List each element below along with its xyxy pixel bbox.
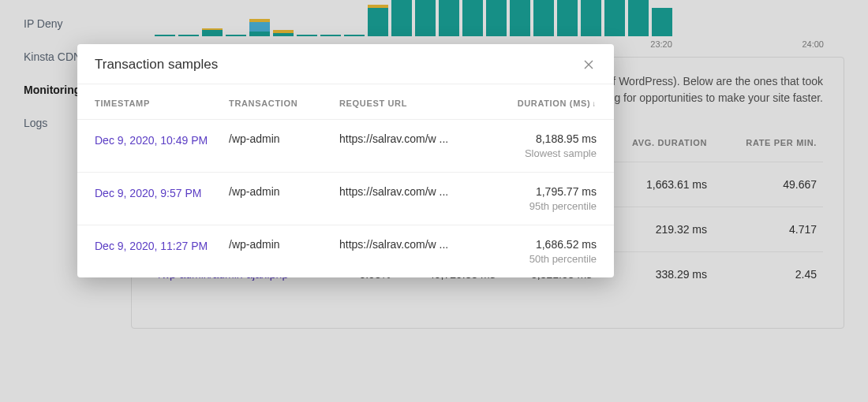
request-url: https://salrav.com/w ...	[339, 132, 486, 145]
sample-row: Dec 9, 2020, 10:49 PM/wp-adminhttps://sa…	[77, 120, 614, 173]
transaction-samples-modal: Transaction samples TIMESTAMP TRANSACTIO…	[77, 44, 614, 277]
request-url: https://salrav.com/w ...	[339, 238, 486, 251]
transaction-name: /wp-admin	[229, 238, 339, 251]
timestamp-link[interactable]: Dec 9, 2020, 10:49 PM	[95, 134, 208, 147]
col-duration[interactable]: DURATION (MS)↓	[486, 99, 597, 108]
duration-cell: 8,188.95 msSlowest sample	[486, 132, 597, 159]
col-transaction[interactable]: TRANSACTION	[229, 99, 339, 108]
duration-cell: 1,795.77 ms95th percentile	[486, 185, 597, 212]
timestamp-link[interactable]: Dec 9, 2020, 11:27 PM	[95, 240, 208, 252]
sort-descending-icon: ↓	[592, 99, 597, 108]
sample-row: Dec 9, 2020, 11:27 PM/wp-adminhttps://sa…	[77, 225, 614, 277]
duration-cell: 1,686.52 ms50th percentile	[486, 238, 597, 265]
col-request-url[interactable]: REQUEST URL	[339, 99, 486, 108]
request-url: https://salrav.com/w ...	[339, 185, 486, 198]
timestamp-link[interactable]: Dec 9, 2020, 9:57 PM	[95, 187, 201, 199]
modal-title: Transaction samples	[95, 57, 218, 73]
transaction-name: /wp-admin	[229, 185, 339, 198]
transaction-name: /wp-admin	[229, 132, 339, 145]
sample-row: Dec 9, 2020, 9:57 PM/wp-adminhttps://sal…	[77, 173, 614, 225]
close-icon[interactable]	[581, 57, 597, 73]
col-timestamp[interactable]: TIMESTAMP	[95, 99, 229, 108]
